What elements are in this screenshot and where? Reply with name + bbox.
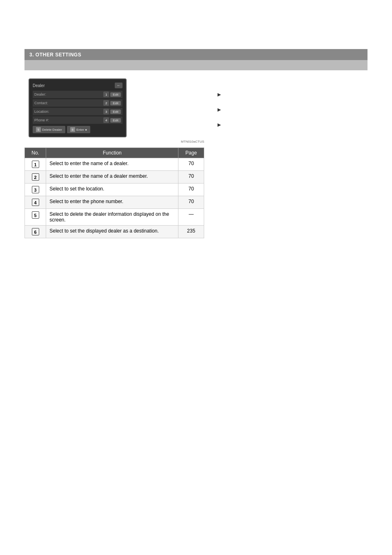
dealer-row-2: Contact: 2 Edit: [33, 99, 122, 107]
page-wrapper: 3. OTHER SETTINGS Dealer ← Dealer: 1 Edi…: [0, 49, 392, 555]
enter-label: Enter ●: [76, 128, 87, 132]
table-row: 1Select to enter the name of a dealer.70: [25, 158, 204, 171]
table-cell-function: Select to set the displayed dealer as a …: [46, 226, 178, 238]
dealer-label-1: Dealer:: [34, 92, 103, 96]
bullet-3: ►: [216, 121, 368, 128]
table-cell-function: Select to enter the name of a dealer mem…: [46, 171, 178, 184]
bullet-icon-2: ►: [216, 106, 222, 113]
section-title: 3. OTHER SETTINGS: [29, 52, 81, 58]
dealer-num-4: 4: [103, 117, 109, 123]
table-row: 6Select to set the displayed dealer as a…: [25, 226, 204, 238]
dealer-screen-title: Dealer: [33, 83, 45, 88]
dealer-row-1: Dealer: 1 Edit: [33, 91, 122, 98]
dealer-label-3: Location:: [34, 110, 103, 114]
bullet-icon-1: ►: [216, 91, 222, 98]
bullet-1: ►: [216, 91, 368, 98]
table-cell-num: 2: [25, 171, 46, 184]
table-cell-num: 1: [25, 158, 46, 171]
table-header-page: Page: [178, 148, 204, 158]
num-badge: 2: [32, 173, 39, 181]
delete-dealer-label: Delete Dealer: [42, 128, 62, 132]
table-cell-page: —: [178, 209, 204, 226]
table-cell-page: 70: [178, 158, 204, 171]
table-cell-function: Select to enter the phone number.: [46, 196, 178, 209]
left-column: Dealer ← Dealer: 1 Edit Contact: 2 Edit: [24, 78, 208, 238]
screen-caption: MTN010aCTUS: [24, 140, 204, 143]
header-bar: 3. OTHER SETTINGS: [24, 49, 368, 60]
table-cell-page: 70: [178, 184, 204, 196]
table-cell-num: 4: [25, 196, 46, 209]
dealer-edit-btn-3[interactable]: Edit: [110, 110, 121, 114]
num-badge: 5: [32, 211, 39, 219]
table-cell-page: 70: [178, 196, 204, 209]
table-cell-num: 6: [25, 226, 46, 238]
dealer-label-4: Phone #:: [34, 118, 103, 122]
num-badge: 1: [32, 161, 39, 168]
dealer-screen: Dealer ← Dealer: 1 Edit Contact: 2 Edit: [29, 78, 127, 137]
dealer-label-2: Contact:: [34, 101, 103, 105]
dealer-num-1: 1: [103, 92, 109, 97]
table-cell-function: Select to set the location.: [46, 184, 178, 196]
enter-btn-num: 6: [70, 127, 75, 132]
dealer-row-3: Location: 3 Edit: [33, 108, 122, 115]
delete-btn-num: 5: [36, 127, 41, 132]
back-button[interactable]: ←: [115, 83, 122, 88]
table-cell-function: Select to enter the name of a dealer.: [46, 158, 178, 171]
table-header-no: No.: [25, 148, 46, 158]
enter-button[interactable]: 6 Enter ●: [67, 126, 90, 133]
right-column: ► ► ►: [216, 78, 368, 238]
dealer-edit-btn-1[interactable]: Edit: [110, 92, 121, 97]
table-row: 2Select to enter the name of a dealer me…: [25, 171, 204, 184]
num-badge: 6: [32, 228, 39, 235]
table-row: 3Select to set the location.70: [25, 184, 204, 196]
dealer-num-3: 3: [103, 109, 109, 114]
table-row: 5Select to delete the dealer information…: [25, 209, 204, 226]
table-cell-num: 3: [25, 184, 46, 196]
delete-dealer-button[interactable]: 5 Delete Dealer: [33, 126, 65, 133]
dealer-row-4: Phone #: 4 Edit: [33, 116, 122, 124]
num-badge: 3: [32, 186, 39, 193]
dealer-edit-btn-4[interactable]: Edit: [110, 118, 121, 123]
table-cell-page: 235: [178, 226, 204, 238]
dealer-num-2: 2: [103, 100, 109, 106]
table-header-function: Function: [46, 148, 178, 158]
num-badge: 4: [32, 199, 39, 206]
dealer-screen-header: Dealer ←: [33, 83, 122, 88]
dealer-edit-btn-2[interactable]: Edit: [110, 101, 121, 105]
function-table: No. Function Page 1Select to enter the n…: [24, 148, 204, 238]
table-row: 4Select to enter the phone number.70: [25, 196, 204, 209]
table-cell-function: Select to delete the dealer information …: [46, 209, 178, 226]
subsection-title: [29, 62, 31, 68]
table-cell-page: 70: [178, 171, 204, 184]
content-area: Dealer ← Dealer: 1 Edit Contact: 2 Edit: [24, 78, 368, 238]
subheader-bar: [24, 60, 368, 70]
bullet-2: ►: [216, 106, 368, 113]
dealer-bottom-buttons: 5 Delete Dealer 6 Enter ●: [33, 126, 122, 133]
table-cell-num: 5: [25, 209, 46, 226]
bullet-icon-3: ►: [216, 121, 222, 128]
